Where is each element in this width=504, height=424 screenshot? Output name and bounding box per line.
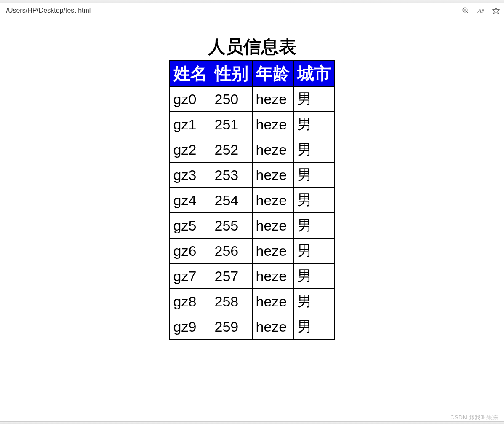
cell-gender: 252 [211, 137, 252, 162]
cell-age: heze [252, 238, 293, 263]
table-row: gz0 250 heze 男 [170, 86, 335, 112]
cell-gender: 259 [211, 314, 252, 339]
cell-gender: 251 [211, 112, 252, 137]
cell-name: gz0 [170, 86, 211, 112]
table-row: gz8 258 heze 男 [170, 289, 335, 314]
zoom-icon[interactable] [462, 7, 469, 14]
cell-gender: 258 [211, 289, 252, 314]
svg-line-1 [467, 11, 468, 13]
address-bar: :/Users/HP/Desktop/test.html A)) [0, 3, 504, 18]
cell-age: heze [252, 289, 293, 314]
cell-name: gz3 [170, 162, 211, 188]
cell-gender: 253 [211, 162, 252, 188]
page-title: 人员信息表 [208, 35, 296, 59]
read-aloud-icon[interactable]: A)) [477, 7, 485, 14]
cell-age: heze [252, 188, 293, 213]
cell-age: heze [252, 112, 293, 137]
page-content: 人员信息表 姓名 性别 年龄 城市 gz0 250 heze 男 gz1 251… [0, 18, 504, 340]
cell-age: heze [252, 137, 293, 162]
table-row: gz2 252 heze 男 [170, 137, 335, 162]
table-row: gz9 259 heze 男 [170, 314, 335, 339]
table-body: gz0 250 heze 男 gz1 251 heze 男 gz2 252 he… [170, 86, 335, 339]
cell-gender: 255 [211, 213, 252, 238]
cell-city: 男 [293, 289, 335, 314]
cell-city: 男 [293, 213, 335, 238]
cell-age: heze [252, 213, 293, 238]
cell-name: gz5 [170, 213, 211, 238]
cell-gender: 257 [211, 263, 252, 289]
cell-name: gz2 [170, 137, 211, 162]
cell-name: gz6 [170, 238, 211, 263]
cell-name: gz1 [170, 112, 211, 137]
browser-chrome-top [0, 0, 504, 3]
cell-city: 男 [293, 112, 335, 137]
table-row: gz3 253 heze 男 [170, 162, 335, 188]
table-row: gz5 255 heze 男 [170, 213, 335, 238]
table-row: gz1 251 heze 男 [170, 112, 335, 137]
browser-toolbar-icons: A)) [462, 7, 500, 14]
cell-city: 男 [293, 314, 335, 339]
table-row: gz6 256 heze 男 [170, 238, 335, 263]
person-info-table: 姓名 性别 年龄 城市 gz0 250 heze 男 gz1 251 heze … [169, 60, 335, 340]
th-gender: 性别 [211, 61, 252, 86]
svg-marker-4 [493, 8, 499, 14]
cell-city: 男 [293, 86, 335, 112]
cell-name: gz9 [170, 314, 211, 339]
cell-gender: 254 [211, 188, 252, 213]
th-name: 姓名 [170, 61, 211, 86]
th-city: 城市 [293, 61, 335, 86]
cell-age: heze [252, 86, 293, 112]
cell-age: heze [252, 314, 293, 339]
cell-age: heze [252, 162, 293, 188]
table-header-row: 姓名 性别 年龄 城市 [170, 61, 335, 86]
th-age: 年龄 [252, 61, 293, 86]
cell-city: 男 [293, 263, 335, 289]
url-text[interactable]: :/Users/HP/Desktop/test.html [4, 7, 462, 14]
cell-city: 男 [293, 188, 335, 213]
cell-name: gz7 [170, 263, 211, 289]
cell-city: 男 [293, 137, 335, 162]
cell-name: gz4 [170, 188, 211, 213]
cell-gender: 256 [211, 238, 252, 263]
favorite-star-icon[interactable] [492, 7, 500, 14]
cell-age: heze [252, 263, 293, 289]
table-row: gz4 254 heze 男 [170, 188, 335, 213]
cell-gender: 250 [211, 86, 252, 112]
cell-city: 男 [293, 162, 335, 188]
cell-name: gz8 [170, 289, 211, 314]
cell-city: 男 [293, 238, 335, 263]
table-row: gz7 257 heze 男 [170, 263, 335, 289]
